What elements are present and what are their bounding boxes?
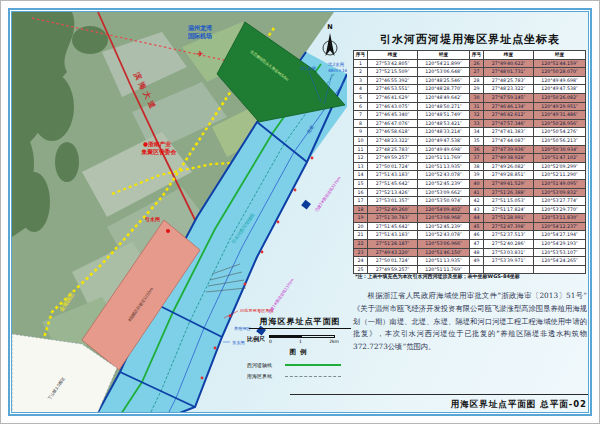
- table-row: 427°46′53.551″120°48′28.770″2927°48′23.3…: [354, 85, 586, 94]
- table-cell: 27°47′44.087″: [484, 136, 534, 145]
- table-cell: 23: [354, 248, 368, 257]
- table-row: 2327°49′43.220″120°51′46.150″4827°53′03.…: [354, 248, 586, 257]
- table-row: 2427°50′01.724″120°51′13.935″4927°53′39.…: [354, 257, 586, 266]
- table-cell: 120°53′50.974″: [418, 197, 470, 206]
- table-cell: 15: [354, 179, 368, 188]
- table-cell: 28: [470, 76, 484, 85]
- table-cell: 43: [470, 205, 484, 214]
- table-cell: 120°49′29.951″: [534, 102, 586, 111]
- table-cell: 32: [470, 111, 484, 120]
- table-cell: 120°54′21.899″: [418, 59, 470, 68]
- table-cell: 120°49′47.538″: [418, 136, 470, 145]
- table-cell: 20: [354, 222, 368, 231]
- table-cell: 48: [470, 248, 484, 257]
- table-cell: 120°49′49.698″: [534, 76, 586, 85]
- table-row: 827°46′47.076″120°48′53.421″3327°47′57.3…: [354, 119, 586, 128]
- table-cell: 120°53′09.662″: [418, 188, 470, 197]
- table-cell: 27°46′53.551″: [368, 85, 418, 94]
- table-cell: 120°52′45.239″: [418, 222, 470, 231]
- table-cell: 21: [354, 231, 368, 240]
- table-cell: 27°53′01.357″: [368, 197, 418, 206]
- table-cell: 120°52′09.299″: [534, 162, 586, 171]
- table-cell: 3: [354, 76, 368, 85]
- table-cell: 27°49′26.082″: [484, 162, 534, 171]
- table-cell: 45: [470, 222, 484, 231]
- table-header-row: 序号纬度经度序号纬度经度: [354, 51, 586, 60]
- table-row: 227°52′15.509″120°53′06.648″2727°48′01.7…: [354, 68, 586, 77]
- table-cell: 27°47′39.936″: [484, 145, 534, 154]
- table-row: 2127°51′43.183″120°52′43.078″4627°52′37.…: [354, 231, 586, 240]
- table-cell: 27°48′01.731″: [484, 68, 534, 77]
- table-cell: 34: [470, 128, 484, 137]
- table-cell: 27°51′45.642″: [368, 179, 418, 188]
- table-row: 1627°52′13.426″120°53′09.662″4127°51′26.…: [354, 188, 586, 197]
- water-intake-dot: [166, 229, 170, 233]
- table-cell: 6: [354, 102, 368, 111]
- dashed-line-sample: [285, 376, 341, 377]
- table-cell: 8: [354, 119, 368, 128]
- table-cell: 120°54′29.193″: [534, 240, 586, 249]
- table-cell: 120°53′27.774″: [534, 197, 586, 206]
- table-cell: 120°53′29.770″: [534, 205, 586, 214]
- table-cell: 10: [354, 136, 368, 145]
- scale-tick-2: 2km: [329, 339, 339, 344]
- table-cell: 120°48′53.421″: [418, 119, 470, 128]
- table-cell: 27°46′41.629″: [368, 93, 418, 102]
- table-cell: 27°51′28.991″: [484, 214, 534, 223]
- table-cell: 27°48′25.783″: [368, 145, 418, 154]
- table-cell: 9: [354, 128, 368, 137]
- table-cell: 120°49′31.486″: [534, 111, 586, 120]
- table-cell: 27°46′46.134″: [484, 102, 534, 111]
- coordinate-table-title: 引水河西河堤用海区界址点坐标表: [353, 32, 587, 47]
- table-row: 1927°51′30.783″120°53′08.968″4427°51′28.…: [354, 214, 586, 223]
- table-cell: 27°52′15.509″: [368, 68, 418, 77]
- scale-tick-1: 1: [299, 339, 302, 344]
- table-cell: 40: [470, 179, 484, 188]
- table-cell: 120°54′24.265″: [534, 257, 586, 266]
- table-cell: 19: [354, 214, 368, 223]
- table-cell: 120°48′28.770″: [418, 85, 470, 94]
- table-cell: 27°51′45.642″: [368, 222, 418, 231]
- table-cell: 27°47′59.145″: [484, 93, 534, 102]
- sheet-title: 用海区界址点平面图 总平面-02: [353, 399, 587, 411]
- table-cell: 18: [354, 205, 368, 214]
- table-cell: 120°53′11.830″: [534, 214, 586, 223]
- drawing-sheet: 温州龙湾 国际机场 ✈ 滨海大道 ●浙南产业 集聚区管委会 北1水闸 北2水闸 …: [0, 0, 600, 424]
- table-cell: 120°51′47.102″: [534, 154, 586, 163]
- table-cell: 27°51′43.183″: [368, 231, 418, 240]
- svg-text:N: N: [327, 23, 332, 31]
- table-cell: 27°47′41.383″: [484, 128, 534, 137]
- admin-committee-label: ●浙南产业: [143, 141, 171, 148]
- scale-bar: 0 1 2km: [269, 335, 353, 344]
- table-cell: 27°51′43.183″: [368, 171, 418, 180]
- table-header-cell: 序号: [470, 51, 484, 60]
- table-cell: 120°52′43.078″: [418, 171, 470, 180]
- table-header-cell: 纬度: [484, 51, 534, 60]
- table-row: 127°53′42.805″120°54′21.899″2627°49′40.6…: [354, 59, 586, 68]
- table-cell: 27°46′55.392″: [368, 76, 418, 85]
- table-cell: 27°51′28.187″: [368, 240, 418, 249]
- table-cell: 120°50′56.213″: [534, 136, 586, 145]
- table-cell: 42: [470, 197, 484, 206]
- gate-marker-north: [301, 200, 311, 210]
- airport-label: 温州龙湾: [188, 24, 212, 32]
- built-dike1-label: 已建1#围堤堤线2370m: [267, 277, 295, 314]
- table-cell: 120°52′45.239″: [418, 179, 470, 188]
- table-cell: 22: [354, 240, 368, 249]
- table-cell: 27°51′30.783″: [368, 214, 418, 223]
- table-cell: 46: [470, 231, 484, 240]
- table-cell: 120°51′44.159″: [534, 59, 586, 68]
- table-cell: 33: [470, 119, 484, 128]
- admin-committee-label-2: 集聚区管委会: [141, 148, 177, 156]
- table-cell: 36: [470, 145, 484, 154]
- table-cell: 27°46′58.618″: [368, 128, 418, 137]
- table-cell: 38: [470, 162, 484, 171]
- north-gate2-label-2: 48m×16m: [328, 68, 347, 73]
- table-cell: 27°49′38.928″: [484, 154, 534, 163]
- table-cell: 31: [470, 102, 484, 111]
- table-row: 327°46′55.392″120°48′25.546″2827°48′25.7…: [354, 76, 586, 85]
- table-cell: 49: [470, 257, 484, 266]
- table-cell: 120°53′53.107″: [534, 248, 586, 257]
- table-cell: 120°51′13.935″: [418, 257, 470, 266]
- sheet-frame-inner: 温州龙湾 国际机场 ✈ 滨海大道 ●浙南产业 集聚区管委会 北1水闸 北2水闸 …: [11, 11, 589, 413]
